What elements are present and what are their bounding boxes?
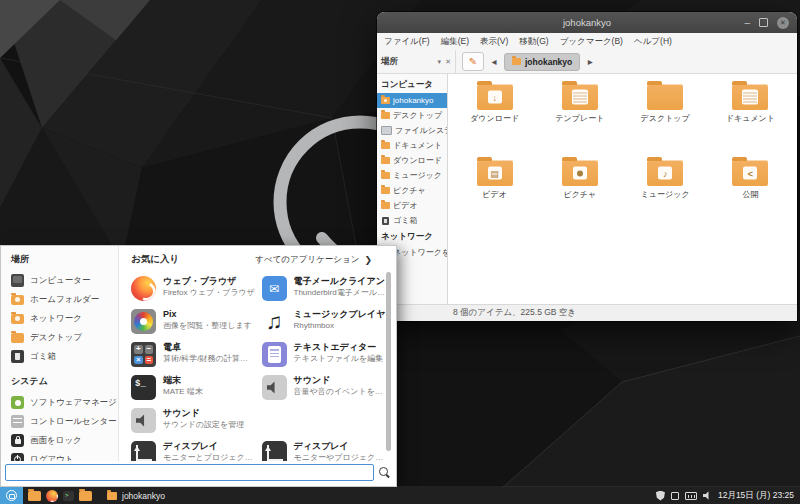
close-side-pane-icon[interactable]: ✕	[445, 58, 451, 66]
sidebar-item-johokankyo[interactable]: johokankyo	[377, 93, 447, 108]
menu-file[interactable]: ファイル(F)	[384, 36, 430, 48]
menu-bookmarks[interactable]: ブックマーク(B)	[560, 36, 623, 48]
file-item-videos[interactable]: ▤ ビデオ	[453, 156, 537, 232]
terminal-launcher-icon[interactable]: >	[63, 491, 74, 501]
sidebar-item-trash[interactable]: ゴミ箱	[377, 213, 447, 228]
sidebar-item-downloads[interactable]: ダウンロード	[377, 153, 447, 168]
calculator-icon: +−×=	[131, 342, 156, 367]
file-item-music[interactable]: ♪ ミュージック	[623, 156, 707, 232]
sidebar-item-music[interactable]: ミュージック	[377, 168, 447, 183]
favorite-sound-settings[interactable]: サウンド サウンドの設定を管理	[131, 407, 256, 440]
shield-tray-icon[interactable]	[656, 491, 665, 501]
menu-item-trash[interactable]: ゴミ箱	[11, 347, 118, 366]
volume-tray-icon[interactable]	[703, 491, 712, 500]
rhythmbox-icon: ♫	[262, 309, 287, 334]
file-item-desktop[interactable]: デスクトップ	[623, 80, 707, 156]
menu-item-desktop[interactable]: デスクトップ	[11, 328, 118, 347]
file-item-documents[interactable]: ドキュメント	[708, 80, 792, 156]
back-icon[interactable]: ◂	[489, 56, 499, 67]
file-item-templates[interactable]: テンプレート	[538, 80, 622, 156]
firefox-icon	[131, 276, 156, 301]
software-manager-icon	[11, 396, 24, 409]
file-manager-launcher-icon[interactable]	[28, 491, 41, 501]
sidebar-item-pictures[interactable]: ピクチャ	[377, 183, 447, 198]
scrollbar[interactable]	[386, 272, 391, 451]
sidebar-section-network: ネットワーク	[377, 228, 447, 245]
menu-go[interactable]: 移動(G)	[519, 36, 548, 48]
firefox-launcher-icon[interactable]	[46, 490, 58, 502]
folder-pictures-icon	[562, 160, 598, 186]
menu-favorites-pane: お気に入り すべてのアプリケーション ❯ ウェブ・ブラウザ Firefox ウェ…	[119, 246, 396, 461]
folder-icon	[11, 333, 24, 343]
places-header: 場所	[11, 253, 118, 266]
network-folder-icon	[11, 314, 24, 324]
home-folder-icon	[11, 295, 24, 305]
menu-view[interactable]: 表示(V)	[480, 36, 508, 48]
menu-button[interactable]	[0, 487, 23, 504]
sidebar-item-documents[interactable]: ドキュメント	[377, 138, 447, 153]
sidebar-section-computer: コンピュータ	[377, 76, 447, 93]
favorite-display-1[interactable]: ディスプレイ モニターとプロジェクターの解...	[131, 440, 256, 461]
sidebar-item-videos[interactable]: ビデオ	[377, 198, 447, 213]
breadcrumb[interactable]: johokankyo	[504, 53, 580, 71]
favorite-sound-volume[interactable]: サウンド 音量や音のイベントを変更しま...	[262, 374, 387, 407]
sidebar-item-desktop[interactable]: デスクトップ	[377, 108, 447, 123]
file-item-public-share[interactable]: < 公開	[708, 156, 792, 232]
logout-icon	[11, 453, 24, 461]
forward-icon[interactable]: ▸	[585, 56, 595, 67]
menu-search-input[interactable]	[5, 464, 374, 481]
folder-music-icon: ♪	[647, 160, 683, 186]
favorite-display-2[interactable]: ディスプレイ モニターやプロジェクターの解...	[262, 440, 387, 461]
menu-item-home-folder[interactable]: ホームフォルダー	[11, 290, 118, 309]
folder-launcher-icon[interactable]	[79, 491, 92, 501]
side-pane-header: 場所 ▾ ✕	[377, 50, 456, 73]
window-tray-icon[interactable]	[671, 492, 679, 500]
menu-item-computer[interactable]: コンピューター	[11, 271, 118, 290]
folder-icon	[381, 112, 390, 119]
file-item-pictures[interactable]: ピクチャ	[538, 156, 622, 232]
favorite-calculator[interactable]: +−×= 電卓 算術/科学/財務の計算を行い...	[131, 341, 256, 374]
menu-item-software-manager[interactable]: ソフトウェアマネージャー	[11, 393, 118, 412]
menu-help[interactable]: ヘルプ(H)	[634, 36, 672, 48]
favorite-web-browser[interactable]: ウェブ・ブラウザ Firefox ウェブ・ブラウザ	[131, 275, 256, 308]
drive-icon	[381, 126, 392, 135]
favorite-text-editor[interactable]: テキストエディター テキストファイルを編集	[262, 341, 387, 374]
breadcrumb-label: johokankyo	[525, 57, 572, 67]
folder-plain-icon	[647, 84, 683, 110]
chevron-down-icon[interactable]: ▾	[438, 58, 442, 66]
titlebar[interactable]: johokankyo – ✕	[377, 12, 797, 33]
home-folder-icon	[381, 97, 390, 104]
favorite-terminal[interactable]: $_ 端末 MATE 端末	[131, 374, 256, 407]
menu-item-network[interactable]: ネットワーク	[11, 309, 118, 328]
close-button[interactable]: ✕	[777, 17, 789, 29]
display-icon	[262, 441, 287, 461]
menu-item-logout[interactable]: ログアウト	[11, 450, 118, 461]
clock[interactable]: 12月15日 (月) 23:25	[718, 490, 794, 502]
menu-item-lock-screen[interactable]: 画面をロック	[11, 431, 118, 450]
folder-icon	[381, 172, 390, 179]
folder-icon	[381, 187, 390, 194]
search-icon[interactable]	[379, 467, 390, 478]
file-manager-window: johokankyo – ✕ ファイル(F) 編集(E) 表示(V) 移動(G)…	[377, 12, 797, 321]
side-pane-title[interactable]: 場所	[381, 56, 398, 68]
keyboard-tray-icon[interactable]	[685, 492, 697, 500]
folder-icon	[381, 202, 390, 209]
sidebar-item-filesystem[interactable]: ファイルシステム	[377, 123, 447, 138]
favorite-music-player[interactable]: ♫ ミュージックプレイヤー Rhythmbox	[262, 308, 387, 341]
maximize-button[interactable]	[759, 18, 768, 27]
favorite-email-client[interactable]: ✉ 電子メールクライアント Thunderbird電子メールクラ...	[262, 275, 387, 308]
terminal-icon: $_	[131, 375, 156, 400]
window-list-item[interactable]: johokankyo	[101, 487, 171, 504]
menu-edit[interactable]: 編集(E)	[441, 36, 469, 48]
menu-item-control-center[interactable]: コントロールセンター	[11, 412, 118, 431]
edit-location-button[interactable]: ✎	[462, 52, 484, 71]
folder-documents-icon	[732, 84, 768, 110]
location-toolbar: ✎ ◂ johokankyo ▸	[456, 50, 797, 73]
file-item-downloads[interactable]: ↓ ダウンロード	[453, 80, 537, 156]
all-applications-link[interactable]: すべてのアプリケーション ❯	[255, 254, 386, 266]
minimize-button[interactable]: –	[744, 20, 750, 26]
folder-icon	[381, 157, 390, 164]
trash-icon	[382, 217, 389, 225]
favorite-pix[interactable]: Pix 画像を閲覧・整理します	[131, 308, 256, 341]
file-icon-view[interactable]: ↓ ダウンロード テンプレート デスクトップ ドキュメント ▤ ビデオ ピク	[448, 74, 797, 304]
